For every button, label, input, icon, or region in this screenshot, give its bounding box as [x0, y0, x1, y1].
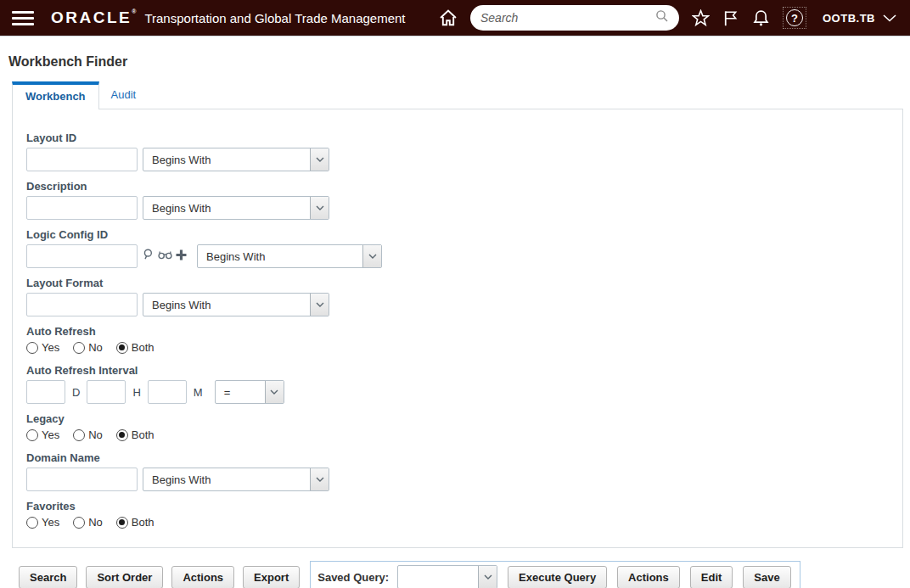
interval-operator-select[interactable]: =: [215, 380, 284, 404]
domain-name-operator-select[interactable]: Begins With: [143, 468, 329, 491]
app-title: Transportation and Global Trade Manageme…: [144, 11, 405, 25]
page-title: Workbench Finder: [8, 54, 910, 70]
field-layout-format: Layout Format Begins With: [26, 277, 889, 316]
radio-circle: [26, 429, 38, 441]
auto-refresh-yes-radio[interactable]: Yes: [26, 341, 59, 354]
logic-config-id-label: Logic Config ID: [26, 228, 889, 241]
footer-toolbar: Search Sort Order Actions Export Saved Q…: [0, 548, 910, 588]
favorites-label: Favorites: [26, 500, 889, 512]
layout-id-operator-select[interactable]: Begins With: [143, 148, 329, 171]
layout-id-input[interactable]: [26, 148, 138, 171]
legacy-both-radio[interactable]: Both: [116, 428, 154, 441]
flag-icon[interactable]: [722, 9, 739, 27]
sort-order-button[interactable]: Sort Order: [86, 566, 163, 588]
field-legacy: Legacy Yes No Both: [26, 412, 889, 443]
legacy-radio-group: Yes No Both: [26, 427, 889, 443]
field-description: Description Begins With: [26, 180, 889, 220]
auto-refresh-both-radio[interactable]: Both: [116, 341, 154, 354]
home-icon[interactable]: [439, 8, 458, 27]
hours-unit-label: H: [132, 386, 140, 399]
chevron-down-icon[interactable]: [478, 566, 497, 588]
tab-workbench[interactable]: Workbench: [12, 81, 99, 109]
favorites-no-radio[interactable]: No: [73, 516, 103, 529]
layout-id-label: Layout ID: [26, 132, 889, 144]
field-logic-config-id: Logic Config ID Begins With: [26, 228, 889, 268]
layout-format-input[interactable]: [26, 293, 138, 316]
help-icon[interactable]: ?: [783, 7, 806, 29]
binoculars-view-icon[interactable]: [158, 249, 172, 264]
save-button[interactable]: Save: [743, 566, 790, 588]
chevron-down-icon[interactable]: [310, 197, 329, 219]
minutes-unit-label: M: [194, 386, 203, 399]
interval-hours-input[interactable]: [87, 380, 126, 404]
interval-days-input[interactable]: [26, 380, 65, 404]
global-search[interactable]: [470, 5, 679, 31]
field-favorites: Favorites Yes No Both: [26, 500, 889, 530]
radio-circle: [73, 517, 85, 529]
interval-minutes-input[interactable]: [148, 380, 187, 404]
oracle-logo: ORACLE®: [51, 8, 136, 27]
edit-button[interactable]: Edit: [690, 566, 733, 588]
legacy-label: Legacy: [26, 412, 889, 425]
legacy-no-radio[interactable]: No: [73, 428, 103, 441]
radio-circle: [73, 429, 85, 441]
saved-query-group: Saved Query: Execute Query Actions Edit …: [310, 561, 800, 588]
field-auto-refresh-interval: Auto Refresh Interval D H M =: [26, 364, 889, 404]
layout-format-operator-select[interactable]: Begins With: [143, 293, 329, 316]
chevron-down-icon[interactable]: [362, 245, 381, 267]
auto-refresh-label: Auto Refresh: [26, 325, 889, 338]
search-button[interactable]: Search: [19, 566, 77, 588]
export-button[interactable]: Export: [243, 566, 300, 588]
favorites-both-radio[interactable]: Both: [116, 516, 154, 529]
radio-circle: [26, 517, 38, 529]
app-header: ORACLE® Transportation and Global Trade …: [0, 0, 910, 36]
lookup-search-icon[interactable]: [143, 248, 155, 265]
radio-circle: [73, 342, 85, 354]
add-new-icon[interactable]: [175, 249, 188, 265]
description-operator-select[interactable]: Begins With: [143, 196, 329, 220]
radio-circle-selected: [116, 517, 128, 529]
tab-audit[interactable]: Audit: [99, 83, 149, 109]
execute-query-button[interactable]: Execute Query: [508, 566, 607, 588]
menu-icon[interactable]: [12, 11, 34, 25]
saved-query-actions-button[interactable]: Actions: [617, 566, 680, 588]
chevron-down-icon[interactable]: [265, 381, 284, 403]
favorites-radio-group: Yes No Both: [26, 514, 889, 530]
saved-query-label: Saved Query:: [317, 571, 389, 584]
description-label: Description: [26, 180, 889, 193]
domain-name-input[interactable]: [26, 468, 138, 491]
field-domain-name: Domain Name Begins With: [26, 451, 889, 491]
search-input[interactable]: [480, 11, 655, 25]
search-icon[interactable]: [655, 9, 669, 26]
logic-config-id-operator-select[interactable]: Begins With: [197, 244, 382, 268]
radio-circle-selected: [116, 342, 128, 354]
notifications-bell-icon[interactable]: [752, 9, 770, 27]
actions-button[interactable]: Actions: [171, 566, 234, 588]
auto-refresh-no-radio[interactable]: No: [73, 341, 103, 354]
registered-mark: ®: [132, 8, 136, 14]
layout-format-label: Layout Format: [26, 277, 889, 289]
favorites-yes-radio[interactable]: Yes: [26, 516, 59, 529]
saved-query-select[interactable]: [397, 565, 497, 588]
workbench-finder-form-panel: Layout ID Begins With Description Begins…: [12, 109, 903, 548]
chevron-down-icon[interactable]: [310, 294, 329, 316]
legacy-yes-radio[interactable]: Yes: [26, 428, 59, 441]
chevron-down-icon[interactable]: [310, 148, 329, 171]
domain-name-label: Domain Name: [26, 451, 889, 464]
chevron-down-icon[interactable]: [883, 14, 896, 22]
favorites-star-icon[interactable]: [692, 9, 710, 27]
chevron-down-icon[interactable]: [310, 468, 329, 490]
auto-refresh-radio-group: Yes No Both: [26, 339, 889, 356]
radio-circle: [26, 342, 38, 354]
field-auto-refresh: Auto Refresh Yes No Both: [26, 325, 889, 356]
auto-refresh-interval-label: Auto Refresh Interval: [26, 364, 889, 377]
logic-config-id-input[interactable]: [26, 244, 138, 268]
days-unit-label: D: [72, 386, 80, 399]
description-input[interactable]: [26, 196, 138, 220]
user-menu-label[interactable]: OOTB.TB: [823, 12, 875, 25]
radio-circle-selected: [116, 429, 128, 441]
field-layout-id: Layout ID Begins With: [26, 132, 889, 171]
tab-bar: Workbench Audit: [12, 81, 903, 109]
